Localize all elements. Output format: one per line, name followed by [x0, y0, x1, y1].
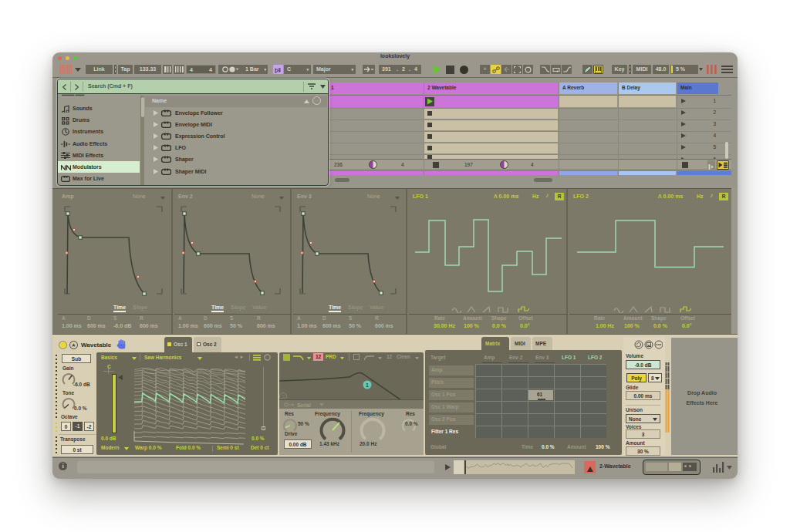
svg-text:2: 2	[282, 394, 285, 399]
svg-text:1: 1	[366, 382, 369, 388]
